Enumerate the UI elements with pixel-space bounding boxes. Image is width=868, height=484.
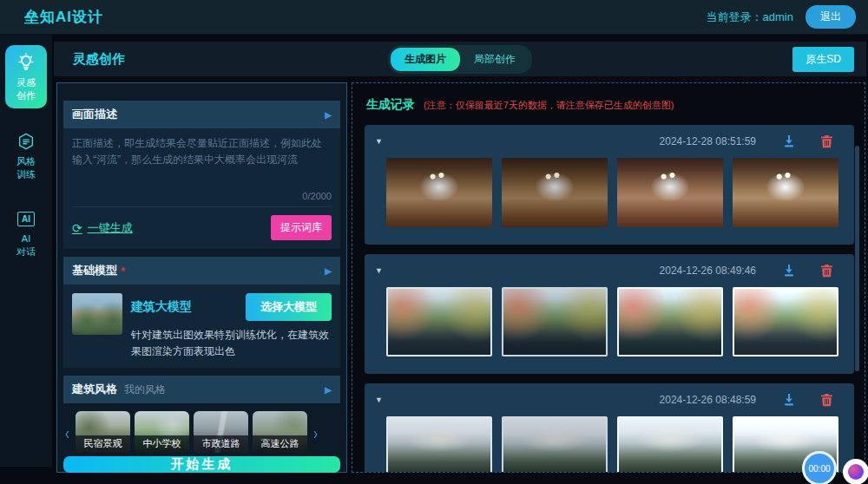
records-title-row: 生成记录 (注意：仅保留最近7天的数据，请注意保存已生成的创意图): [366, 97, 852, 113]
style-section-header[interactable]: 建筑风格 我的风格 ▶: [63, 376, 340, 403]
next-chevron-icon[interactable]: ›: [312, 422, 319, 442]
sidebar-item-inspiration-create[interactable]: 灵感 创作: [5, 45, 47, 108]
prompt-library-button[interactable]: 提示词库: [271, 215, 332, 240]
creation-form-panel: 创意模式 方案渲染 画面描述 ▶ 0/2000 ⟳ 一键生成 提示词库 基础模型…: [56, 82, 347, 473]
collapse-arrow-icon[interactable]: ▶: [325, 266, 332, 276]
model-thumbnail-image: [72, 293, 122, 335]
native-sd-button[interactable]: 原生SD: [792, 47, 854, 72]
generated-image[interactable]: [617, 158, 723, 227]
page-header: 灵感创作 生成图片 局部创作 原生SD: [54, 42, 866, 76]
trash-icon[interactable]: [820, 393, 833, 407]
sidebar-item-label: 训练: [16, 168, 36, 181]
record-row: ▼ 2024-12-26 08:48:59: [365, 383, 854, 473]
record-row: ▼ 2024-12-28 08:51:59: [365, 125, 854, 245]
generated-image[interactable]: [617, 287, 723, 356]
style-item-highway[interactable]: 高速公路: [253, 411, 307, 453]
base-model-title: 基础模型: [72, 263, 117, 278]
lightbulb-icon: [16, 52, 36, 73]
model-info: 建筑大模型 选择大模型 针对建筑出图效果特别训练优化，在建筑效果图渲染方面表现出…: [131, 293, 332, 359]
model-description: 针对建筑出图效果特别训练优化，在建筑效果图渲染方面表现出色: [131, 327, 332, 359]
generated-image[interactable]: [502, 287, 608, 356]
style-item-label: 高速公路: [253, 435, 307, 453]
tab-local-create[interactable]: 局部创作: [460, 48, 529, 71]
generation-records-panel: 生成记录 (注意：仅保留最近7天的数据，请注意保存已生成的创意图) ▼ 2024…: [352, 82, 865, 473]
record-header: ▼ 2024-12-26 08:49:46: [365, 254, 854, 287]
one-click-generate-label: 一键生成: [88, 220, 133, 236]
required-asterisk: *: [121, 265, 125, 278]
login-username: admin: [763, 10, 793, 23]
ai-chat-icon: AI: [16, 208, 36, 229]
description-block: 0/2000 ⟳ 一键生成 提示词库: [63, 128, 340, 249]
page-title: 灵感创作: [73, 51, 125, 68]
records-title: 生成记录: [366, 97, 415, 113]
my-style-link[interactable]: 我的风格: [124, 383, 166, 397]
style-item-minsu[interactable]: 民宿景观: [76, 411, 130, 453]
start-generate-button[interactable]: 开始生成: [63, 456, 340, 473]
download-icon[interactable]: [782, 264, 796, 278]
sidebar-item-label: 灵感: [16, 76, 36, 89]
record-images: [365, 287, 854, 356]
download-icon[interactable]: [782, 393, 796, 407]
prev-chevron-icon[interactable]: ‹: [63, 422, 71, 442]
description-title: 画面描述: [72, 107, 117, 122]
sidebar: 灵感 创作 风格 训练 AI AI 对话: [0, 35, 52, 467]
sidebar-item-style-training[interactable]: 风格 训练: [5, 126, 47, 186]
collapse-arrow-icon[interactable]: ▶: [325, 385, 332, 395]
char-counter: 0/2000: [72, 191, 332, 206]
style-carousel: ‹ 民宿景观 中小学校 市政道路 高速公路 ›: [63, 403, 340, 456]
generated-image[interactable]: [386, 287, 492, 356]
assistant-fab-button[interactable]: [843, 459, 868, 484]
tab-generate-image[interactable]: 生成图片: [391, 48, 460, 71]
trash-icon[interactable]: [820, 134, 833, 148]
record-header: ▼ 2024-12-28 08:51:59: [365, 125, 854, 158]
sidebar-item-ai-chat[interactable]: AI AI 对话: [5, 203, 47, 264]
record-images: [365, 158, 854, 227]
record-timestamp: 2024-12-26 08:48:59: [660, 394, 756, 406]
description-section-header[interactable]: 画面描述 ▶: [63, 101, 340, 128]
generated-image[interactable]: [733, 287, 838, 356]
generated-image[interactable]: [733, 158, 838, 227]
collapse-caret-icon[interactable]: ▼: [375, 396, 383, 404]
record-header: ▼ 2024-12-26 08:48:59: [365, 383, 854, 416]
generated-image[interactable]: [617, 416, 723, 473]
style-item-school[interactable]: 中小学校: [135, 411, 189, 453]
trash-icon[interactable]: [820, 264, 833, 278]
base-model-card: 建筑大模型 选择大模型 针对建筑出图效果特别训练优化，在建筑效果图渲染方面表现出…: [63, 285, 340, 368]
generated-image[interactable]: [502, 416, 608, 473]
style-item-label: 市政道路: [194, 435, 248, 453]
collapse-caret-icon[interactable]: ▼: [375, 137, 383, 146]
refresh-icon: ⟳: [72, 221, 82, 235]
timer-value: 00:00: [808, 464, 830, 474]
generated-image[interactable]: [502, 158, 608, 227]
sidebar-item-label: 风格: [16, 155, 36, 168]
record-row: ▼ 2024-12-26 08:49:46: [365, 254, 854, 374]
collapse-caret-icon[interactable]: ▼: [375, 266, 383, 275]
description-actions: ⟳ 一键生成 提示词库: [72, 206, 332, 249]
hexagon-sliders-icon: [16, 131, 36, 152]
app-window: 垒知AI设计 当前登录：admin 退出 灵感 创作: [0, 0, 868, 484]
sidebar-item-label: AI: [22, 232, 30, 245]
select-model-button[interactable]: 选择大模型: [246, 293, 332, 321]
style-title: 建筑风格: [72, 382, 117, 397]
generated-image[interactable]: [386, 158, 492, 227]
download-icon[interactable]: [782, 134, 796, 148]
base-model-section-header[interactable]: 基础模型 * ▶: [63, 257, 340, 285]
colorful-sphere-icon: [848, 464, 864, 480]
app-title: 垒知AI设计: [24, 7, 103, 27]
generated-image[interactable]: [386, 416, 492, 473]
logout-button[interactable]: 退出: [806, 5, 856, 29]
timer-fab-button[interactable]: 00:00: [802, 451, 837, 484]
sidebar-item-label: 对话: [16, 245, 36, 258]
record-timestamp: 2024-12-28 08:51:59: [660, 135, 756, 147]
collapse-arrow-icon[interactable]: ▶: [325, 110, 332, 120]
one-click-generate-link[interactable]: ⟳ 一键生成: [72, 220, 133, 236]
login-label: 当前登录：: [707, 10, 763, 23]
login-status: 当前登录：admin: [707, 10, 793, 25]
top-bar: 垒知AI设计 当前登录：admin 退出: [0, 0, 868, 35]
prompt-textarea[interactable]: [72, 135, 332, 187]
style-item-road[interactable]: 市政道路: [194, 411, 248, 453]
record-timestamp: 2024-12-26 08:49:46: [660, 265, 756, 277]
style-item-label: 中小学校: [135, 435, 189, 453]
scrollbar-thumb[interactable]: [855, 146, 859, 371]
model-name: 建筑大模型: [131, 299, 192, 315]
